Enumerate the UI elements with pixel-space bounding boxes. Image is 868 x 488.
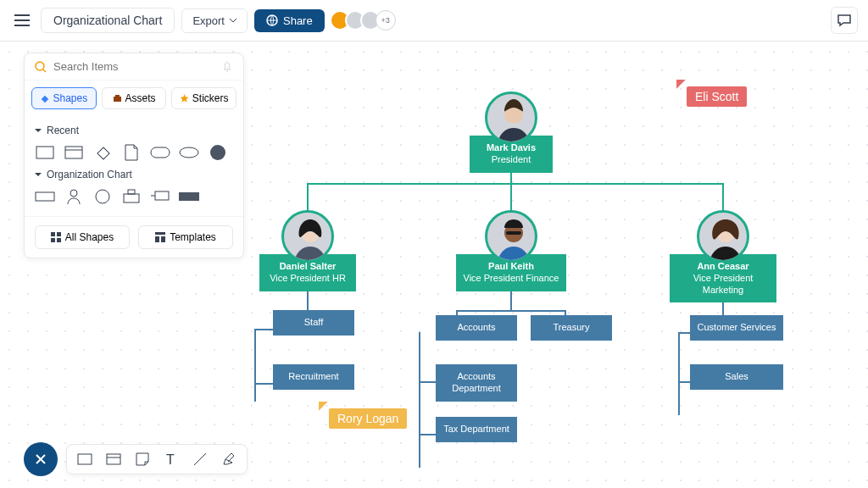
svg-rect-24 [161,236,165,242]
shape-page[interactable] [121,145,142,160]
comment-button[interactable] [831,7,858,34]
globe-icon [266,14,278,26]
shape-card[interactable] [64,145,84,160]
org-node-staff[interactable]: Staff [273,310,354,336]
node-name: Daniel Salter [264,261,351,273]
document-title[interactable]: Organizational Chart [41,8,175,33]
svg-rect-11 [36,192,54,201]
org-node-treasury[interactable]: Treasury [531,315,612,341]
all-shapes-button[interactable]: All Shapes [35,225,130,249]
svg-rect-15 [128,190,135,194]
org-node-president[interactable]: Mark DavisPresident [470,92,553,173]
share-label: Share [283,14,313,27]
node-title: Vice President Finance [461,273,561,285]
svg-rect-18 [51,232,55,236]
shapes-panel: Shapes Assets Stickers Recent Organizati… [24,53,244,258]
pin-icon[interactable] [221,61,233,73]
avatar [485,210,537,263]
shape-circle[interactable] [92,189,113,204]
svg-rect-5 [36,147,53,158]
shape-org-box[interactable] [35,189,55,204]
shape-person[interactable] [64,189,84,204]
org-node-recruitment[interactable]: Recruitment [273,364,354,390]
caret-down-icon [230,19,236,23]
tool-sticky[interactable] [133,450,152,469]
svg-rect-25 [78,454,92,464]
search-input[interactable] [53,60,214,73]
section-org-chart[interactable]: Organization Chart [35,169,233,180]
search-icon [35,61,47,73]
shape-pill[interactable] [150,145,170,160]
avatar [485,92,537,144]
avatar [281,210,334,263]
svg-rect-26 [107,454,120,464]
node-title: Accounts [436,315,517,341]
close-fab[interactable] [24,442,58,476]
shape-bar[interactable] [179,189,199,204]
export-label: Export [192,14,225,27]
org-node-sales[interactable]: Sales [690,364,783,390]
shape-dept[interactable] [121,189,142,204]
diamond-icon [40,94,49,103]
shape-ellipse[interactable] [179,145,199,160]
org-node-vp-finance[interactable]: Paul KeithVice President Finance [456,210,566,291]
avatar-more[interactable]: +3 [376,10,396,30]
section-recent[interactable]: Recent [35,125,233,136]
shape-callout[interactable] [150,189,170,204]
shape-circle-filled[interactable] [208,145,228,160]
menu-button[interactable] [10,8,34,32]
collaborator-cursor-eli: Eli Scott [687,86,747,107]
share-button[interactable]: Share [254,9,325,32]
collaborator-avatars[interactable]: +3 [335,10,396,30]
tab-assets[interactable]: Assets [102,87,167,109]
node-title: Accounts Department [436,364,517,402]
chat-icon [837,13,852,28]
tab-stickers[interactable]: Stickers [171,87,236,109]
button-label: Templates [170,231,216,243]
svg-rect-23 [155,236,159,242]
briefcase-icon [113,94,122,103]
tool-pen[interactable] [220,450,238,469]
tab-label: Assets [125,92,156,104]
section-label: Recent [47,125,79,136]
tool-line[interactable] [191,450,209,469]
svg-rect-17 [179,192,199,201]
svg-point-9 [180,147,198,158]
svg-rect-16 [155,191,169,200]
shape-rect[interactable] [35,145,55,160]
hamburger-icon [14,14,30,26]
org-node-vp-marketing[interactable]: Ann CeasarVice President Marketing [670,210,776,302]
node-title: President [475,154,548,166]
svg-point-12 [70,190,77,197]
collaborator-cursor-rory: Rory Logan [329,408,407,429]
org-node-tax[interactable]: Tax Department [436,417,517,442]
export-button[interactable]: Export [181,8,248,33]
svg-point-1 [36,62,44,70]
section-label: Organization Chart [47,169,132,180]
org-node-accounts-dept[interactable]: Accounts Department [436,364,517,402]
node-title: Vice President Marketing [675,273,771,297]
svg-rect-22 [155,232,165,235]
tool-text[interactable]: T [162,450,181,469]
node-title: Vice President HR [264,273,351,285]
svg-point-13 [96,190,109,203]
shape-diamond[interactable] [92,145,113,160]
button-label: All Shapes [65,231,114,243]
svg-rect-6 [65,147,82,158]
avatar [697,210,749,263]
svg-rect-14 [124,194,139,202]
org-node-accounts[interactable]: Accounts [436,315,517,341]
node-title: Sales [690,364,783,390]
tool-card[interactable] [104,450,123,469]
svg-rect-7 [97,147,109,159]
templates-button[interactable]: Templates [138,225,233,249]
top-toolbar: Organizational Chart Export Share +3 [0,0,868,42]
tool-rect[interactable] [75,450,94,469]
org-node-vp-hr[interactable]: Daniel SalterVice President HR [259,210,356,291]
svg-rect-8 [151,147,170,158]
org-node-customer-services[interactable]: Customer Services [690,315,783,341]
node-name: Paul Keith [461,261,561,273]
svg-text:T: T [166,452,175,466]
tab-shapes[interactable]: Shapes [31,87,97,109]
svg-rect-20 [51,238,55,242]
